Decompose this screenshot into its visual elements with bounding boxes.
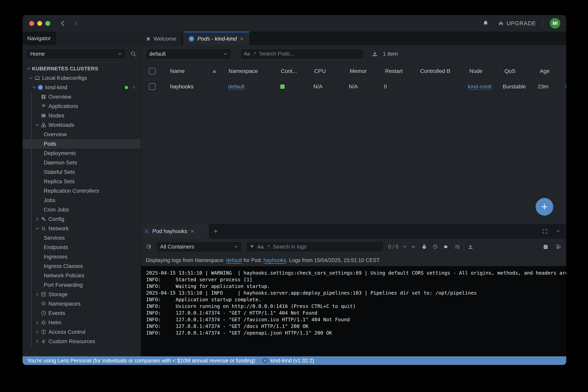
pods-search-box[interactable]: Aa .* [240, 48, 364, 59]
tab-welcome[interactable]: Welcome [141, 32, 181, 45]
zoom-window-button[interactable] [45, 21, 50, 26]
logs-search-input[interactable] [272, 244, 380, 250]
column-header-restarts[interactable]: Restart [381, 67, 416, 76]
sidebar-item-endpoints[interactable]: Endpoints [23, 243, 141, 252]
sidebar-item-ingress-classes[interactable]: Ingress Classes [23, 262, 141, 271]
row-checkbox[interactable] [149, 83, 156, 90]
sidebar-item-port-forwarding[interactable]: Port Forwarding [23, 280, 141, 290]
sidebar-item-config[interactable]: Config [23, 214, 141, 224]
download-icon[interactable] [371, 50, 378, 57]
minimize-window-button[interactable] [37, 21, 42, 26]
column-header-containers[interactable]: Cont... [277, 67, 310, 76]
chevron-down-icon [26, 66, 31, 71]
pods-search-input[interactable] [259, 50, 360, 57]
tag-icon[interactable] [443, 244, 449, 250]
filter-funnel-icon[interactable] [249, 244, 255, 249]
column-header-cpu[interactable]: CPU [310, 67, 346, 76]
wrap-lines-icon[interactable] [454, 244, 460, 250]
logs-search-box[interactable]: Aa .* [246, 242, 384, 252]
column-header-name[interactable]: Name [167, 67, 208, 76]
navigator-title: Navigator [23, 35, 51, 42]
column-header-node[interactable]: Node [466, 67, 501, 76]
search-icon[interactable] [130, 50, 137, 57]
new-dock-tab-button[interactable] [209, 224, 223, 239]
avatar[interactable]: MI [550, 18, 560, 28]
active-cluster-status[interactable]: kind-kind (v1.32.2) [263, 358, 314, 364]
sidebar-item-local-kubeconfigs[interactable]: Local Kubeconfigs [23, 73, 141, 83]
match-case-toggle[interactable]: Aa [257, 244, 264, 250]
sidebar-item-custom-resources[interactable]: Custom Resources [23, 337, 141, 346]
scope-select[interactable]: Home [27, 48, 126, 59]
expand-dock-icon[interactable] [542, 228, 548, 234]
sidebar-section-kubernetes-clusters[interactable]: KUBERNETES CLUSTERS [23, 64, 141, 73]
timestamps-stopwatch-icon[interactable] [421, 244, 427, 250]
notifications-bell-icon[interactable] [482, 20, 489, 27]
sidebar-item-helm[interactable]: Helm [23, 318, 141, 327]
sidebar-item-ingresses[interactable]: Ingresses [23, 252, 141, 262]
sidebar-item-kind-kind[interactable]: kind-kind [23, 83, 141, 92]
sidebar-item-events[interactable]: Events [23, 308, 141, 318]
pod-node-link[interactable]: kind-contr [468, 84, 492, 90]
namespace-select[interactable]: default [146, 48, 231, 59]
shield-icon [41, 329, 47, 335]
close-window-button[interactable] [29, 21, 34, 26]
column-header-qos[interactable]: QoS [501, 67, 536, 76]
pod-link[interactable]: hayhooks [263, 257, 286, 264]
column-header-controlled-by[interactable]: Controlled B [416, 67, 466, 76]
regex-toggle[interactable]: .* [253, 51, 256, 57]
column-header-namespace[interactable]: Namespace [225, 67, 277, 76]
chevron-down-icon [32, 85, 37, 90]
regex-toggle[interactable]: .* [266, 244, 270, 250]
sidebar-item-cron-jobs[interactable]: Cron Jobs [23, 205, 141, 214]
add-resource-fab[interactable] [536, 198, 553, 216]
containers-select[interactable]: All Containers [156, 242, 242, 252]
sidebar-item-services[interactable]: Services [23, 233, 141, 243]
sidebar-item-overview[interactable]: Overview [23, 92, 141, 102]
sidebar-item-nodes[interactable]: Nodes [23, 111, 141, 120]
nodes-icon [41, 113, 47, 118]
sidebar-item-daemon-sets[interactable]: Daemon Sets [23, 158, 141, 168]
column-header-age[interactable]: Age [536, 67, 564, 76]
close-tab-icon[interactable] [239, 36, 244, 41]
download-logs-icon[interactable] [468, 244, 473, 250]
column-header-memory[interactable]: Memor [346, 67, 381, 76]
sidebar-item-network-policies[interactable]: Network Policies [23, 271, 141, 280]
next-match-chevron-icon[interactable] [402, 244, 407, 249]
upgrade-label: UPGRADE [507, 20, 536, 27]
sidebar-item-workloads[interactable]: Workloads [23, 120, 141, 130]
collapse-dock-chevron-icon[interactable] [556, 229, 561, 234]
sidebar-item-workloads-overview[interactable]: Overview [23, 130, 141, 139]
dock-tab-pod-hayhooks[interactable]: Pod hayhooks [141, 224, 209, 239]
select-all-checkbox[interactable] [149, 68, 156, 74]
sidebar-item-pods[interactable]: Pods [23, 139, 141, 148]
sidebar-item-replication-controllers[interactable]: Replication Controllers [23, 186, 141, 196]
forward-arrow-icon[interactable] [72, 20, 79, 27]
logs-output[interactable]: 2025-04-15 13:51:10 | WARNING | hayhooks… [141, 266, 566, 356]
upgrade-button[interactable]: UPGRADE [497, 20, 536, 27]
close-dock-tab-icon[interactable] [190, 229, 195, 234]
calendar-icon[interactable] [543, 244, 548, 250]
sidebar-item-jobs[interactable]: Jobs [23, 196, 141, 205]
column-header-status[interactable]: Status [564, 67, 566, 76]
column-header-warnings[interactable] [208, 67, 225, 76]
namespace-link[interactable]: default [226, 257, 242, 264]
table-row[interactable]: hayhooks default N/A N/A 0 kind-contr Bu… [141, 80, 566, 94]
dock-tab-label: Pod hayhooks [152, 228, 187, 234]
back-arrow-icon[interactable] [60, 20, 66, 27]
sidebar-item-applications[interactable]: Applications [23, 102, 141, 111]
match-case-toggle[interactable]: Aa [244, 51, 250, 57]
sidebar-item-replica-sets[interactable]: Replica Sets [23, 177, 141, 186]
previous-logs-history-icon[interactable] [432, 244, 438, 250]
cluster-version-label: kind-kind (v1.32.2) [270, 358, 314, 364]
reload-logs-icon[interactable] [146, 244, 152, 250]
tab-pods-kind-kind[interactable]: Pods - kind-kind [183, 32, 249, 45]
sidebar-item-storage[interactable]: Storage [23, 290, 141, 299]
sidebar-item-deployments[interactable]: Deployments [23, 148, 141, 158]
sidebar-item-access-control[interactable]: Access Control [23, 327, 141, 337]
sidebar-item-stateful-sets[interactable]: Stateful Sets [23, 168, 141, 177]
previous-match-chevron-icon[interactable] [411, 244, 416, 249]
scroll-to-bottom-icon[interactable] [556, 244, 561, 250]
sidebar-item-namespaces[interactable]: Namespaces [23, 299, 141, 308]
sidebar-item-network[interactable]: Network [23, 224, 141, 233]
pod-namespace-link[interactable]: default [228, 84, 245, 90]
